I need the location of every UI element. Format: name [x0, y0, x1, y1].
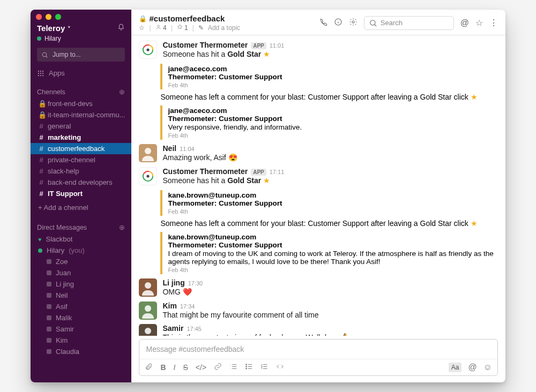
sender-name: Customer Thermometer: [162, 167, 248, 176]
pin-count[interactable]: 1: [177, 24, 188, 32]
dm-label: Claudia: [56, 348, 79, 356]
info-icon[interactable]: [334, 18, 343, 28]
dm-label: Zoe: [56, 258, 68, 266]
sidebar-dm[interactable]: ♥Slackbot: [31, 233, 131, 245]
dm-label: Direct Messages: [37, 224, 87, 231]
quote-subject: Thermometer: Customer Support: [168, 199, 495, 207]
sidebar-dm[interactable]: Samir: [31, 323, 131, 335]
quote-from: jane@aceco.com: [168, 65, 495, 73]
quote-from: kane.brown@tuneup.com: [168, 191, 495, 199]
quote-button[interactable]: [260, 363, 269, 372]
jump-to-input[interactable]: Jump to...: [37, 48, 125, 62]
star-icon[interactable]: ☆: [475, 18, 483, 28]
apps-label: Apps: [49, 69, 65, 77]
quote-block: kane.brown@tuneup.comThermometer: Custom…: [160, 232, 500, 274]
link-button[interactable]: [214, 363, 222, 372]
search-input[interactable]: Search: [364, 16, 454, 30]
quote-block: jane@aceco.comThermometer: Customer Supp…: [160, 64, 500, 89]
message-text: Someone has left a comment for your blas…: [160, 218, 500, 230]
formatting-toggle[interactable]: Aa: [449, 363, 462, 372]
channel-label: slack-help: [48, 167, 79, 175]
app-badge: APP: [251, 42, 266, 49]
sidebar-dm[interactable]: Juan: [31, 267, 131, 278]
gear-icon[interactable]: [349, 18, 358, 28]
sidebar-channel[interactable]: 🔒it-team-internal-commu...: [31, 109, 131, 120]
add-channel-icon[interactable]: ⊕: [119, 88, 125, 96]
app-avatar: [139, 41, 157, 59]
add-channel-link[interactable]: + Add a chennel: [31, 199, 131, 216]
quote-date: Feb 4th: [168, 132, 495, 139]
presence-square-icon: [47, 293, 51, 298]
sidebar-channel[interactable]: #IT Support: [31, 188, 131, 199]
dm-label: Neil: [56, 291, 68, 299]
channel-label: private-chennel: [48, 156, 95, 164]
timestamp: 17:30: [188, 280, 203, 287]
sidebar-channel[interactable]: #marketing: [31, 132, 131, 143]
message-text: This is the sweetest piece of feeback ev…: [162, 333, 498, 336]
channel-title[interactable]: 🔒 #customerfeedback: [139, 14, 240, 23]
search-icon: [41, 51, 48, 58]
sidebar-dm[interactable]: Malik: [31, 312, 131, 323]
message: Neil11:04Amazing work, Asif 😍: [137, 142, 500, 165]
composer: Message #customerfeedback B I S </> Aa @: [139, 339, 498, 376]
sidebar-dm[interactable]: Zoe: [31, 256, 131, 267]
sender-name: Samir: [162, 324, 183, 333]
message-input[interactable]: Message #customerfeedback: [139, 340, 497, 359]
hash-icon: #: [38, 167, 44, 175]
sidebar-dm[interactable]: Li jing: [31, 278, 131, 290]
timestamp: 11:04: [180, 146, 195, 152]
hash-icon: #: [38, 178, 44, 186]
sidebar-dm[interactable]: Hilary (you): [31, 245, 131, 256]
user-avatar: [139, 301, 157, 320]
presence-row: Hilary: [37, 35, 125, 42]
workspace-switcher[interactable]: Teleroy ˅: [37, 24, 125, 33]
message-text: Someone has hit a Gold Star ★: [162, 49, 498, 59]
add-dm-icon[interactable]: ⊕: [119, 223, 125, 231]
emoji-button[interactable]: ☺: [483, 363, 492, 372]
svg-point-25: [145, 282, 151, 289]
strike-button[interactable]: S: [183, 363, 188, 372]
bold-button[interactable]: B: [160, 363, 166, 372]
svg-point-7: [38, 74, 39, 76]
sidebar-dm[interactable]: Neil: [31, 290, 131, 301]
sidebar-channel[interactable]: #private-chennel: [31, 154, 131, 165]
maximize-window-button[interactable]: [55, 14, 61, 20]
sidebar-channel[interactable]: #back-end developers: [31, 177, 131, 188]
lock-icon: 🔒: [38, 111, 44, 119]
member-count[interactable]: 4: [155, 24, 167, 32]
sidebar-dm[interactable]: Kim: [31, 335, 131, 346]
attachment-icon[interactable]: [145, 363, 153, 372]
ordered-list-button[interactable]: [229, 363, 237, 372]
close-window-button[interactable]: [36, 14, 42, 20]
phone-icon[interactable]: [319, 18, 327, 28]
sidebar-channel[interactable]: #general: [31, 120, 131, 132]
dm-label: Samir: [56, 325, 74, 333]
sidebar-dm[interactable]: Asif: [31, 301, 131, 312]
code-button[interactable]: </>: [196, 363, 206, 372]
italic-button[interactable]: I: [174, 363, 176, 372]
svg-point-9: [42, 74, 43, 76]
add-topic-link[interactable]: Add a topic: [208, 24, 240, 32]
sidebar-channel[interactable]: 🔒front-end-devs: [31, 98, 131, 109]
you-suffix: (you): [69, 246, 85, 254]
bell-icon[interactable]: [117, 24, 125, 33]
svg-point-27: [145, 305, 151, 312]
mention-button[interactable]: @: [468, 363, 477, 372]
quote-date: Feb 4th: [168, 82, 495, 88]
bullet-list-button[interactable]: [245, 363, 253, 372]
more-icon[interactable]: ⋮: [489, 18, 498, 28]
apps-row[interactable]: Apps: [31, 65, 131, 81]
sidebar-channel[interactable]: #slack-help: [31, 165, 131, 177]
sidebar-channel[interactable]: #customerfeedback: [31, 143, 131, 154]
code-block-button[interactable]: [276, 363, 284, 372]
quote-body: I dream of moving to the UK and coming t…: [168, 250, 495, 266]
star-icon: ★: [471, 93, 478, 101]
sidebar-dm[interactable]: Claudia: [31, 346, 131, 357]
hash-icon: #: [38, 156, 44, 164]
presence-square-icon: [47, 327, 51, 331]
channel-label: marketing: [48, 133, 81, 141]
mentions-icon[interactable]: @: [460, 18, 469, 28]
star-channel-icon[interactable]: ☆: [139, 24, 145, 32]
lock-icon: 🔒: [38, 100, 44, 108]
minimize-window-button[interactable]: [46, 14, 51, 20]
